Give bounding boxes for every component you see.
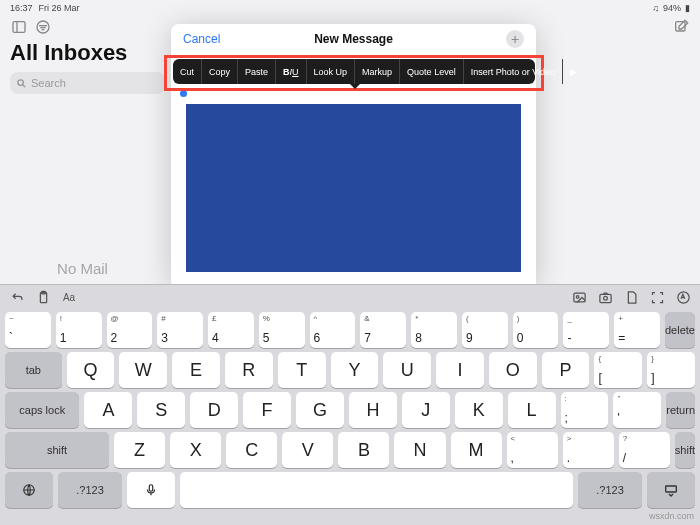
svg-rect-18 [666,486,677,492]
key-9[interactable]: (9 [462,312,508,348]
attached-image[interactable] [182,100,525,276]
key-dictation[interactable] [127,472,175,508]
key-A[interactable]: A [84,392,132,428]
key-7[interactable]: &7 [360,312,406,348]
key-G[interactable]: G [296,392,344,428]
camera-icon[interactable] [596,288,614,306]
key-space[interactable] [180,472,573,508]
key-S[interactable]: S [137,392,185,428]
ctx-biu[interactable]: BIU [276,59,307,84]
filter-icon[interactable] [34,18,52,36]
compose-icon[interactable] [672,18,690,36]
key-V[interactable]: V [282,432,333,468]
key-0[interactable]: )0 [513,312,559,348]
ctx-markup[interactable]: Markup [355,59,400,84]
key-,[interactable]: <, [507,432,558,468]
key-4[interactable]: £4 [208,312,254,348]
search-input[interactable]: Search [10,72,165,94]
key-`[interactable]: ~` [5,312,51,348]
page-title: All Inboxes [10,40,165,66]
key-globe[interactable] [5,472,53,508]
key-U[interactable]: U [383,352,431,388]
key-][interactable]: }] [647,352,695,388]
svg-point-7 [18,79,24,85]
svg-point-12 [576,295,579,298]
key-8[interactable]: *8 [411,312,457,348]
photo-icon[interactable] [570,288,588,306]
search-placeholder: Search [31,77,66,89]
key-K[interactable]: K [455,392,503,428]
key-6[interactable]: ^6 [310,312,356,348]
key-P[interactable]: P [542,352,590,388]
key-Y[interactable]: Y [331,352,379,388]
status-date: Fri 26 Mar [39,3,80,13]
key-numswitch-left[interactable]: .?123 [58,472,122,508]
key-F[interactable]: F [243,392,291,428]
key-O[interactable]: O [489,352,537,388]
key-Z[interactable]: Z [114,432,165,468]
key-R[interactable]: R [225,352,273,388]
key-dismiss[interactable] [647,472,695,508]
ctx-cut[interactable]: Cut [173,59,202,84]
key-H[interactable]: H [349,392,397,428]
key-/[interactable]: ?/ [619,432,670,468]
key-shift-right[interactable]: shift [675,432,695,468]
key-L[interactable]: L [508,392,556,428]
add-contact-button[interactable]: + [506,30,524,48]
key-M[interactable]: M [451,432,502,468]
ctx-quote-level[interactable]: Quote Level [400,59,464,84]
status-time: 16:37 [10,3,33,13]
ctx-insert-photo[interactable]: Insert Photo or Video [464,59,563,84]
battery-percent: 94% [663,3,681,13]
key-shift-left[interactable]: shift [5,432,109,468]
key-return[interactable]: return [666,392,695,428]
headphone-icon: ♫ [652,3,659,13]
key-;[interactable]: :; [561,392,609,428]
key-capslock[interactable]: caps lock [5,392,79,428]
key-2[interactable]: @2 [107,312,153,348]
key-5[interactable]: %5 [259,312,305,348]
key-=[interactable]: += [614,312,660,348]
key-E[interactable]: E [172,352,220,388]
key-I[interactable]: I [436,352,484,388]
key-X[interactable]: X [170,432,221,468]
key-J[interactable]: J [402,392,450,428]
key-B[interactable]: B [338,432,389,468]
key-3[interactable]: #3 [157,312,203,348]
ctx-more-arrow[interactable]: ▶ [563,67,584,77]
key-tab[interactable]: tab [5,352,62,388]
sidebar-toggle-icon[interactable] [10,18,28,36]
scan-icon[interactable] [648,288,666,306]
ctx-copy[interactable]: Copy [202,59,238,84]
ctx-lookup[interactable]: Look Up [307,59,356,84]
ctx-paste[interactable]: Paste [238,59,276,84]
key-delete[interactable]: delete [665,312,695,348]
key-.[interactable]: >. [563,432,614,468]
battery-icon: ▮ [685,3,690,13]
key-D[interactable]: D [190,392,238,428]
text-caret-handle[interactable] [180,90,187,97]
key-Q[interactable]: Q [67,352,115,388]
key-C[interactable]: C [226,432,277,468]
keyboard: Aa ~`!1@2#3£4%5^6&7*8(9)0_-+=delete tabQ… [0,284,700,525]
empty-state: No Mail [0,260,165,277]
key--[interactable]: _- [563,312,609,348]
undo-icon[interactable] [8,288,26,306]
search-icon [16,78,27,89]
svg-point-14 [603,296,607,300]
document-icon[interactable] [622,288,640,306]
markup-icon[interactable] [674,288,692,306]
key-[[interactable]: {[ [594,352,642,388]
key-W[interactable]: W [119,352,167,388]
clipboard-icon[interactable] [34,288,52,306]
key-'[interactable]: "' [613,392,661,428]
key-1[interactable]: !1 [56,312,102,348]
svg-line-8 [23,84,25,86]
watermark: wsxdn.com [649,511,694,521]
cancel-button[interactable]: Cancel [183,32,220,46]
key-T[interactable]: T [278,352,326,388]
text-format-button[interactable]: Aa [60,288,78,306]
context-menu-tail [350,84,360,89]
key-N[interactable]: N [394,432,445,468]
key-numswitch-right[interactable]: .?123 [578,472,642,508]
